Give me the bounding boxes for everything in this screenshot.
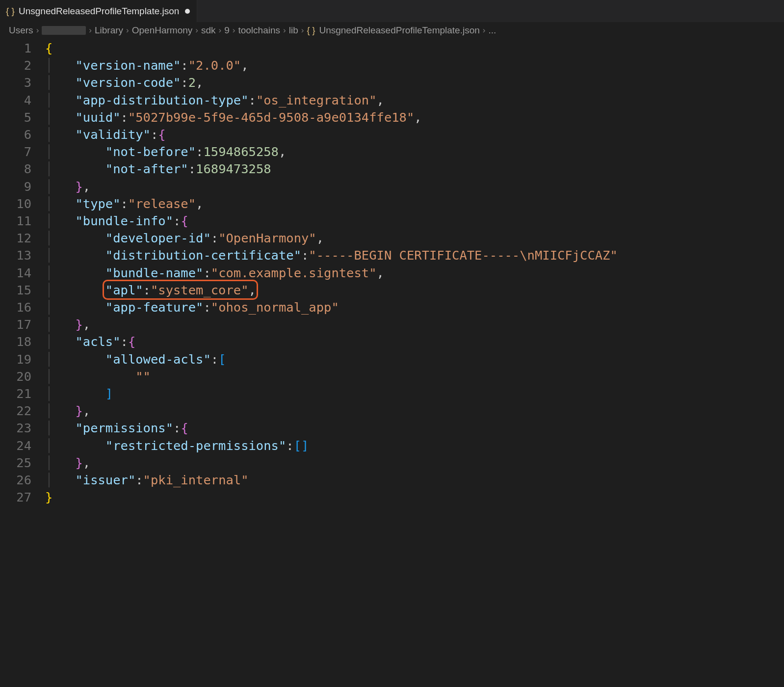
breadcrumb-item[interactable]: Users (9, 25, 33, 36)
json-file-icon: { } (307, 26, 315, 36)
chevron-right-icon: › (195, 26, 198, 35)
chevron-right-icon: › (89, 26, 92, 35)
breadcrumb-item[interactable]: Library (95, 25, 123, 36)
tab-bar: { } UnsgnedReleasedProfileTemplate.json (0, 0, 784, 22)
breadcrumb-item[interactable]: ... (489, 25, 497, 36)
breadcrumb-item[interactable]: lib (289, 25, 298, 36)
chevron-right-icon: › (301, 26, 304, 35)
chevron-right-icon: › (483, 26, 486, 35)
editor-tab[interactable]: { } UnsgnedReleasedProfileTemplate.json (0, 0, 197, 22)
breadcrumb-item[interactable]: toolchains (238, 25, 280, 36)
code-editor[interactable]: 1234567891011121314151617181920212223242… (0, 39, 784, 506)
breadcrumb-item[interactable]: 9 (224, 25, 230, 36)
dirty-indicator-icon (185, 9, 190, 14)
breadcrumb-item[interactable]: sdk (201, 25, 216, 36)
chevron-right-icon: › (36, 26, 39, 35)
chevron-right-icon: › (283, 26, 286, 35)
code-content[interactable]: {│ "version-name":"2.0.0",│ "version-cod… (45, 40, 618, 506)
breadcrumb[interactable]: Users › › Library › OpenHarmony › sdk › … (0, 22, 784, 39)
breadcrumb-item[interactable]: OpenHarmony (132, 25, 193, 36)
chevron-right-icon: › (233, 26, 235, 35)
tab-filename: UnsgnedReleasedProfileTemplate.json (19, 6, 179, 17)
line-number-gutter: 1234567891011121314151617181920212223242… (0, 40, 45, 506)
chevron-right-icon: › (126, 26, 129, 35)
breadcrumb-item[interactable]: UnsgnedReleasedProfileTemplate.json (319, 25, 479, 36)
json-file-icon: { } (6, 6, 15, 17)
breadcrumb-item-redacted[interactable] (42, 26, 86, 35)
chevron-right-icon: › (219, 26, 222, 35)
